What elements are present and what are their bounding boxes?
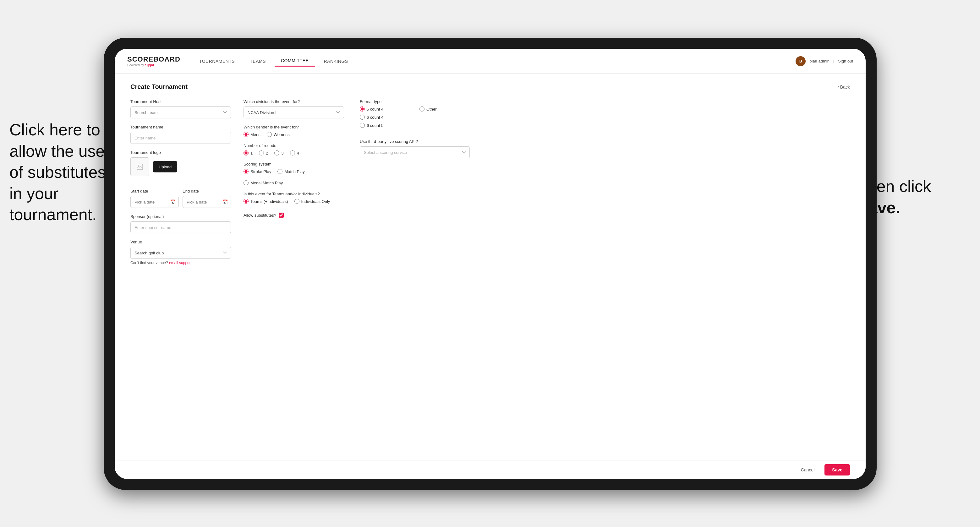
nav-teams[interactable]: TEAMS [243, 56, 272, 66]
format-6count5[interactable]: 6 count 5 [360, 123, 410, 128]
annotation-left: Click here to allow the use of substitut… [10, 119, 116, 225]
sponsor-group: Sponsor (optional) [130, 214, 231, 233]
end-date-group: End date 📅 [183, 189, 231, 208]
format-6count4-label: 6 count 4 [367, 115, 383, 120]
division-select[interactable]: NCAA Division I [243, 106, 344, 118]
rounds-3[interactable]: 3 [274, 151, 283, 156]
main-content: Create Tournament ‹ Back Tournament Host… [115, 74, 865, 479]
teams-label: Is this event for Teams and/or Individua… [243, 192, 344, 196]
teams-plus-individuals[interactable]: Teams (+Individuals) [243, 199, 288, 204]
tournament-name-label: Tournament name [130, 125, 231, 129]
format-label: Format type [360, 99, 470, 104]
scoring-medal-label: Medal Match Play [250, 181, 283, 185]
rounds-4-radio[interactable] [290, 151, 295, 156]
scoring-medal-radio[interactable] [243, 180, 248, 185]
rounds-2[interactable]: 2 [259, 151, 268, 156]
scoring-api-group: Use third-party live scoring API? Select… [360, 139, 470, 158]
nav-right: B blair admin | Sign out [795, 56, 853, 66]
tournament-host-input[interactable] [130, 106, 231, 118]
rounds-label: Number of rounds [243, 143, 344, 148]
format-6count5-label: 6 count 5 [367, 123, 383, 128]
logo-upload-area: Upload [130, 157, 231, 176]
nav-tournaments[interactable]: TOURNAMENTS [193, 56, 241, 66]
user-avatar: B [795, 56, 806, 66]
nav-committee[interactable]: COMMITTEE [275, 56, 315, 67]
logo-scoreboard: SCOREBOARD [127, 55, 180, 63]
gender-group: Which gender is the event for? Mens Wome… [243, 125, 344, 137]
form-column-right: Format type 5 count 4 Other [356, 99, 470, 271]
scoring-medal[interactable]: Medal Match Play [243, 180, 283, 185]
scoring-stroke[interactable]: Stroke Play [243, 169, 271, 174]
format-5count4[interactable]: 5 count 4 [360, 106, 410, 111]
scoring-match-label: Match Play [284, 169, 304, 174]
format-other[interactable]: Other [420, 106, 470, 111]
rounds-radio-group: 1 2 3 4 [243, 151, 344, 156]
format-6count4[interactable]: 6 count 4 [360, 114, 410, 120]
rounds-3-radio[interactable] [274, 151, 279, 156]
teams-plus-radio[interactable] [243, 199, 248, 204]
individuals-only-radio[interactable] [294, 199, 299, 204]
format-5count4-label: 5 count 4 [367, 107, 383, 111]
image-icon [136, 163, 143, 171]
tablet-screen: SCOREBOARD Powered by clippd TOURNAMENTS… [115, 49, 865, 479]
format-6count4-radio[interactable] [360, 114, 365, 120]
start-date-label: Start date [130, 189, 179, 194]
save-button[interactable]: Save [824, 464, 850, 476]
calendar-icon-end: 📅 [223, 199, 228, 205]
rounds-1[interactable]: 1 [243, 151, 253, 156]
nav-user-name: blair admin [810, 59, 829, 63]
substitutes-checkbox-group: Allow substitutes? [243, 213, 344, 217]
start-date-group: Start date 📅 [130, 189, 179, 208]
rounds-1-label: 1 [250, 151, 253, 156]
format-5count4-radio[interactable] [360, 106, 365, 111]
gender-mens[interactable]: Mens [243, 132, 261, 137]
substitutes-checkbox[interactable] [279, 213, 284, 217]
format-other-radio[interactable] [420, 106, 425, 111]
form-column-left: Tournament Host Tournament name Tourname… [130, 99, 231, 271]
teams-radio-group: Teams (+Individuals) Individuals Only [243, 199, 344, 204]
rounds-group: Number of rounds 1 2 [243, 143, 344, 156]
cancel-button[interactable]: Cancel [795, 464, 821, 476]
rounds-3-label: 3 [281, 151, 283, 156]
venue-email-link[interactable]: email support [169, 261, 192, 265]
venue-label: Venue [130, 240, 231, 244]
scoring-match-radio[interactable] [277, 169, 282, 174]
individuals-only[interactable]: Individuals Only [294, 199, 330, 204]
gender-womens-label: Womens [274, 132, 290, 137]
form-grid: Tournament Host Tournament name Tourname… [130, 99, 850, 271]
venue-select[interactable]: Search golf club [130, 247, 231, 259]
upload-button[interactable]: Upload [153, 161, 177, 172]
venue-group: Venue Search golf club Can't find your v… [130, 240, 231, 265]
tournament-host-group: Tournament Host [130, 99, 231, 118]
rounds-1-radio[interactable] [243, 151, 248, 156]
gender-label: Which gender is the event for? [243, 125, 344, 129]
format-6count5-radio[interactable] [360, 123, 365, 128]
sign-out-link[interactable]: Sign out [838, 59, 853, 63]
tournament-name-group: Tournament name [130, 125, 231, 144]
sponsor-input[interactable] [130, 221, 231, 233]
back-button[interactable]: ‹ Back [837, 84, 850, 89]
gender-womens[interactable]: Womens [267, 132, 290, 137]
tournament-logo-label: Tournament logo [130, 150, 231, 155]
rounds-4[interactable]: 4 [290, 151, 299, 156]
gender-womens-radio[interactable] [267, 132, 272, 137]
nav-separator: | [833, 59, 834, 63]
nav-links: TOURNAMENTS TEAMS COMMITTEE RANKINGS [193, 56, 795, 67]
venue-note: Can't find your venue? email support [130, 261, 231, 265]
rounds-2-radio[interactable] [259, 151, 264, 156]
tournament-name-input[interactable] [130, 132, 231, 144]
tournament-logo-group: Tournament logo Upload [130, 150, 231, 183]
scoring-stroke-radio[interactable] [243, 169, 248, 174]
scoring-stroke-label: Stroke Play [250, 169, 271, 174]
scoring-match[interactable]: Match Play [277, 169, 304, 174]
gender-mens-radio[interactable] [243, 132, 248, 137]
individuals-only-label: Individuals Only [301, 199, 330, 204]
navbar: SCOREBOARD Powered by clippd TOURNAMENTS… [115, 49, 865, 74]
format-group: Format type 5 count 4 Other [360, 99, 470, 133]
scoring-group: Scoring system Stroke Play Match Play [243, 162, 344, 185]
sponsor-label: Sponsor (optional) [130, 214, 231, 219]
scoring-api-select[interactable]: Select a scoring service [360, 146, 470, 158]
nav-rankings[interactable]: RANKINGS [318, 56, 355, 66]
scoring-api-label: Use third-party live scoring API? [360, 139, 470, 144]
form-column-middle: Which division is the event for? NCAA Di… [243, 99, 344, 271]
